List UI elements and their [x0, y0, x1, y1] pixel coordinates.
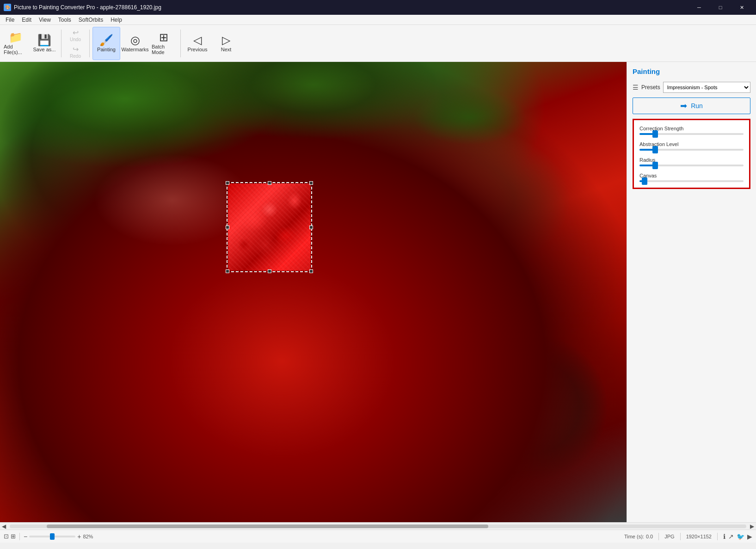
main-layout: Painting ☰ Presets Impressionism - Spots… [0, 62, 756, 522]
scroll-left-arrow[interactable]: ◀ [2, 523, 6, 530]
scroll-thumb[interactable] [47, 525, 489, 528]
next-icon: ▷ [222, 35, 230, 46]
batch-mode-button[interactable]: ⊞ Batch Mode [150, 27, 178, 60]
panel-title: Painting [633, 67, 750, 75]
format-label: JPG [664, 534, 674, 539]
presets-label: Presets [641, 84, 660, 91]
undo-button[interactable]: ↩ Undo [64, 27, 86, 43]
window-title: Picture to Painting Converter Pro - appl… [14, 4, 161, 11]
menu-softorbits[interactable]: SoftOrbits [75, 16, 107, 24]
radius-group: Radius [639, 157, 744, 166]
share-icon[interactable]: ↗ [728, 533, 734, 540]
dimensions-label: 1920×1152 [686, 534, 712, 539]
presets-row: ☰ Presets Impressionism - Spots [633, 82, 750, 93]
time-value: 0.0 [646, 534, 653, 539]
status-sep-2 [658, 533, 659, 540]
zoom-minus-button[interactable]: − [24, 533, 27, 540]
previous-icon: ◁ [193, 35, 202, 46]
add-files-button[interactable]: 📁 Add File(s)... [2, 27, 30, 60]
painting-button[interactable]: 🖌️ Painting [92, 27, 120, 60]
menu-file[interactable]: File [2, 16, 18, 24]
undo-icon: ↩ [73, 28, 79, 37]
app-icon: 🎨 [4, 4, 11, 11]
run-button[interactable]: ➡ Run [633, 98, 750, 114]
canvas-image [0, 62, 627, 522]
abstraction-level-track[interactable] [639, 149, 744, 151]
undo-label: Undo [70, 37, 81, 42]
toolbar: 📁 Add File(s)... 💾 Save as... ↩ Undo ↪ R… [0, 25, 756, 62]
scroll-track[interactable] [10, 525, 746, 528]
correction-strength-thumb[interactable] [652, 130, 658, 138]
abstraction-level-group: Abstraction Level [639, 141, 744, 151]
previous-label: Previous [188, 47, 208, 52]
menu-view[interactable]: View [35, 16, 55, 24]
presets-icon: ☰ [633, 84, 639, 91]
abstraction-level-thumb[interactable] [652, 146, 658, 153]
add-files-icon: 📁 [9, 32, 23, 43]
right-panel: Painting ☰ Presets Impressionism - Spots… [627, 62, 756, 522]
toolbar-separator-1 [61, 30, 61, 57]
status-sep-3 [680, 533, 681, 540]
status-bar: ⊡ ⊞ − + 82% Time (s): 0.0 JPG 1920×1152 … [0, 530, 756, 543]
canvas-group: Canvas [639, 173, 744, 182]
canvas-track[interactable] [639, 180, 744, 182]
zoom-plus-button[interactable]: + [77, 533, 81, 540]
watermarks-label: Watermarks [122, 47, 149, 52]
painting-icon: 🖌️ [99, 35, 113, 46]
next-button[interactable]: ▷ Next [212, 27, 240, 60]
toolbar-separator-3 [180, 30, 181, 57]
youtube-icon[interactable]: ▶ [747, 533, 752, 540]
twitter-icon[interactable]: 🐦 [737, 533, 744, 540]
next-label: Next [221, 47, 232, 52]
zoom-fit-icon[interactable]: ⊞ [11, 533, 16, 540]
menu-bar: File Edit View Tools SoftOrbits Help [0, 15, 756, 25]
title-bar: 🎨 Picture to Painting Converter Pro - ap… [0, 0, 756, 15]
menu-edit[interactable]: Edit [18, 16, 35, 24]
maximize-button[interactable]: □ [710, 0, 731, 15]
presets-select[interactable]: Impressionism - Spots [663, 82, 750, 93]
radius-thumb[interactable] [652, 162, 658, 169]
canvas-area[interactable] [0, 62, 627, 522]
status-right: Time (s): 0.0 JPG 1920×1152 ℹ ↗ 🐦 ▶ [624, 533, 752, 540]
correction-strength-group: Correction Strength [639, 126, 744, 135]
preview-area [227, 183, 311, 271]
canvas-label: Canvas [639, 173, 744, 178]
zoom-control: − + 82% [24, 533, 93, 540]
menu-help[interactable]: Help [107, 16, 126, 24]
window-controls: ─ □ ✕ [688, 0, 752, 15]
redo-button[interactable]: ↪ Redo [64, 43, 86, 60]
save-label: Save as... [33, 47, 56, 52]
previous-button[interactable]: ◁ Previous [184, 27, 211, 60]
save-icon: 💾 [37, 35, 51, 46]
horizontal-scrollbar: ◀ ▶ [0, 522, 756, 530]
toolbar-separator-2 [89, 30, 90, 57]
scroll-right-arrow[interactable]: ▶ [750, 523, 754, 530]
watermarks-icon: ◎ [130, 35, 140, 46]
fit-icon[interactable]: ⊡ [4, 533, 9, 540]
time-section: Time (s): 0.0 [624, 534, 653, 539]
minimize-button[interactable]: ─ [688, 0, 710, 15]
zoom-value: 82% [83, 534, 93, 539]
canvas-thumb[interactable] [642, 177, 647, 185]
settings-panel: Correction Strength Abstraction Level Ra… [633, 119, 750, 189]
status-sep-1 [19, 533, 20, 540]
redo-icon: ↪ [73, 45, 79, 54]
batch-mode-icon: ⊞ [159, 32, 168, 43]
correction-strength-track[interactable] [639, 133, 744, 135]
close-button[interactable]: ✕ [731, 0, 752, 15]
view-controls: ⊡ ⊞ [4, 533, 16, 540]
zoom-slider-track[interactable] [29, 536, 75, 537]
info-icon[interactable]: ℹ [723, 533, 725, 540]
watermarks-button[interactable]: ◎ Watermarks [121, 27, 149, 60]
undo-redo-group: ↩ Undo ↪ Redo [64, 27, 86, 60]
run-label: Run [691, 102, 703, 110]
save-as-button[interactable]: 💾 Save as... [31, 27, 58, 60]
redo-label: Redo [70, 54, 81, 59]
radius-track[interactable] [639, 165, 744, 166]
batch-mode-label: Batch Mode [152, 44, 176, 55]
time-label: Time (s): [624, 534, 644, 539]
menu-tools[interactable]: Tools [55, 16, 75, 24]
zoom-slider-thumb[interactable] [50, 533, 55, 540]
add-files-label: Add File(s)... [4, 44, 28, 55]
painting-label: Painting [97, 47, 116, 52]
